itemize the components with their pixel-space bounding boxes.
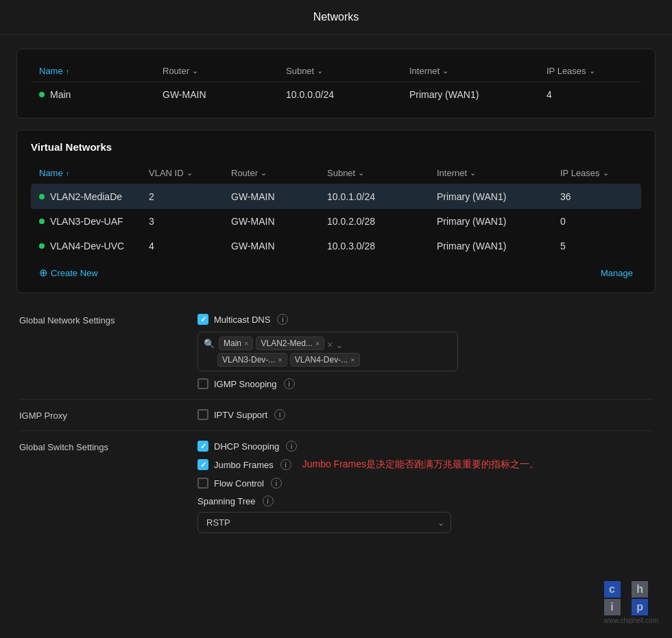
- manage-label: Manage: [601, 268, 633, 278]
- igmp-snooping-label: IGMP Snooping: [214, 379, 277, 389]
- col-name-vnet[interactable]: Name ↑: [39, 168, 149, 178]
- dhcp-snooping-row: DHCP Snooping i: [197, 441, 653, 452]
- row-name: VLAN4-Dev-UVC: [39, 241, 149, 251]
- watermark-url: www.chiphell.com: [604, 617, 658, 624]
- global-switch-settings-label: Global Switch Settings: [19, 441, 197, 452]
- spanning-tree-select-wrapper: None STP RSTP MSTP ⌄: [197, 512, 451, 533]
- iptv-support-row: IPTV Support i: [197, 409, 653, 420]
- spanning-tree-select[interactable]: None STP RSTP MSTP: [197, 512, 451, 533]
- vnet-table-header: Name ↑ VLAN ID ⌄ Router ⌄ Subnet ⌄ Inter…: [31, 162, 641, 184]
- iptv-support-checkbox[interactable]: [197, 409, 208, 420]
- spanning-tree-label-row: Spanning Tree i: [197, 495, 653, 506]
- chip-logo: c h i p: [604, 581, 658, 615]
- create-new-label: Create New: [51, 268, 98, 278]
- jumbo-frames-info[interactable]: i: [280, 459, 291, 470]
- jumbo-frames-checkbox[interactable]: [197, 459, 208, 470]
- spanning-tree-container: Spanning Tree i None STP RSTP MSTP ⌄: [197, 495, 653, 533]
- watermark: c h i p www.chiphell.com: [604, 581, 658, 624]
- tag-vlan3-close[interactable]: ×: [278, 356, 282, 364]
- tag-main-close[interactable]: ×: [244, 339, 248, 347]
- igmp-snooping-row: IGMP Snooping i: [197, 378, 653, 389]
- igmp-snooping-info[interactable]: i: [284, 378, 295, 389]
- chip-p: p: [632, 599, 648, 615]
- multicast-dns-row: Multicast DNS i: [197, 314, 653, 325]
- col-name-main[interactable]: Name ↑: [39, 66, 163, 76]
- dhcp-snooping-info[interactable]: i: [286, 441, 297, 452]
- flow-control-row: Flow Control i: [197, 478, 653, 489]
- chip-i: i: [604, 599, 621, 615]
- clear-all-icon[interactable]: ×: [327, 339, 333, 350]
- global-switch-settings-row: Global Switch Settings DHCP Snooping i J…: [19, 431, 653, 543]
- iptv-support-label: IPTV Support: [214, 410, 267, 420]
- multiselect-actions[interactable]: × ⌄: [327, 339, 344, 350]
- chip-c: c: [604, 581, 621, 598]
- multicast-dns-label: Multicast DNS: [214, 315, 270, 325]
- row-name: VLAN2-MediaDe: [39, 191, 149, 202]
- col-subnet-vnet[interactable]: Subnet ⌄: [327, 168, 437, 178]
- tag-main[interactable]: Main ×: [219, 336, 253, 350]
- col-vlanid-vnet[interactable]: VLAN ID ⌄: [149, 168, 231, 178]
- main-table-body: Main GW-MAIN 10.0.0.0/24 Primary (WAN1) …: [31, 82, 641, 107]
- spanning-tree-info[interactable]: i: [263, 495, 274, 506]
- flow-control-checkbox[interactable]: [197, 478, 208, 489]
- tag-vlan3[interactable]: VLAN3-Dev-... ×: [217, 353, 287, 367]
- table-row[interactable]: VLAN4-Dev-UVC 4 GW-MAIN 10.0.3.0/28 Prim…: [31, 234, 641, 258]
- plus-icon: ⊕: [39, 267, 48, 279]
- row-name: VLAN3-Dev-UAF: [39, 216, 149, 227]
- table-row[interactable]: VLAN3-Dev-UAF 3 GW-MAIN 10.0.2.0/28 Prim…: [31, 209, 641, 234]
- col-internet-vnet[interactable]: Internet ⌄: [437, 168, 560, 178]
- row-name: Main: [39, 89, 163, 100]
- col-ipleases-main[interactable]: IP Leases ⌄: [547, 66, 656, 76]
- table-row[interactable]: VLAN2-MediaDe 2 GW-MAIN 10.0.1.0/24 Prim…: [31, 184, 641, 209]
- table-row[interactable]: Main GW-MAIN 10.0.0.0/24 Primary (WAN1) …: [31, 82, 641, 107]
- virtual-networks-title: Virtual Networks: [31, 141, 641, 153]
- chip-h: h: [632, 581, 648, 598]
- global-network-settings-label: Global Network Settings: [19, 314, 197, 326]
- flow-control-label: Flow Control: [214, 478, 264, 489]
- multicast-dns-checkbox[interactable]: [197, 314, 208, 325]
- name-sort-arrow: ↑: [66, 67, 70, 75]
- dropdown-icon[interactable]: ⌄: [335, 339, 344, 350]
- tag-vlan2-close[interactable]: ×: [315, 339, 320, 347]
- col-router-main[interactable]: Router ⌄: [163, 66, 286, 76]
- vnet-table-footer: ⊕ Create New Manage: [31, 258, 641, 282]
- col-internet-main[interactable]: Internet ⌄: [409, 66, 547, 76]
- igmp-proxy-row: IGMP Proxy IPTV Support i: [19, 400, 653, 431]
- jumbo-frames-row: Jumbo Frames i Jumbo Frames是决定能否跑满万兆最重要的…: [197, 458, 653, 471]
- global-network-settings-controls: Multicast DNS i 🔍 Main × VLAN2-Med... × …: [197, 314, 653, 389]
- tag-vlan4[interactable]: VLAN4-Dev-... ×: [290, 353, 360, 367]
- vnet-table-body: VLAN2-MediaDe 2 GW-MAIN 10.0.1.0/24 Prim…: [31, 184, 641, 258]
- jumbo-frames-annotation: Jumbo Frames是决定能否跑满万兆最重要的指标之一。: [302, 458, 539, 471]
- igmp-proxy-label: IGMP Proxy: [19, 409, 197, 421]
- global-network-settings-row: Global Network Settings Multicast DNS i …: [19, 304, 653, 400]
- page-title: Networks: [0, 0, 672, 35]
- main-table-header: Name ↑ Router ⌄ Subnet ⌄ Internet ⌄ IP L…: [31, 60, 641, 82]
- global-switch-settings-controls: DHCP Snooping i Jumbo Frames i Jumbo Fra…: [197, 441, 653, 533]
- title-text: Networks: [313, 11, 359, 23]
- manage-button[interactable]: Manage: [601, 268, 633, 278]
- jumbo-frames-label: Jumbo Frames: [214, 460, 274, 470]
- multicast-dns-info[interactable]: i: [277, 314, 288, 325]
- col-subnet-main[interactable]: Subnet ⌄: [286, 66, 409, 76]
- flow-control-info[interactable]: i: [271, 478, 282, 489]
- spanning-tree-label: Spanning Tree: [197, 496, 256, 506]
- igmp-proxy-controls: IPTV Support i: [197, 409, 653, 420]
- status-dot: [39, 92, 45, 97]
- dhcp-snooping-label: DHCP Snooping: [214, 441, 279, 452]
- virtual-networks-card: Virtual Networks Name ↑ VLAN ID ⌄ Router…: [16, 130, 656, 293]
- status-dot: [39, 194, 45, 199]
- main-networks-card: Name ↑ Router ⌄ Subnet ⌄ Internet ⌄ IP L…: [16, 49, 656, 119]
- col-ipleases-vnet[interactable]: IP Leases ⌄: [560, 168, 643, 178]
- status-dot: [39, 219, 45, 224]
- tag-vlan4-close[interactable]: ×: [350, 356, 355, 364]
- tag-vlan2[interactable]: VLAN2-Med... ×: [256, 336, 324, 350]
- multiselect-networks[interactable]: 🔍 Main × VLAN2-Med... × × ⌄: [197, 332, 458, 371]
- multiselect-search-icon: 🔍: [204, 339, 215, 349]
- create-new-button[interactable]: ⊕ Create New: [39, 267, 98, 279]
- dhcp-snooping-checkbox[interactable]: [197, 441, 208, 452]
- igmp-snooping-checkbox[interactable]: [197, 378, 208, 389]
- status-dot: [39, 243, 45, 249]
- iptv-support-info[interactable]: i: [274, 409, 285, 420]
- col-router-vnet[interactable]: Router ⌄: [231, 168, 327, 178]
- settings-section: Global Network Settings Multicast DNS i …: [16, 304, 656, 543]
